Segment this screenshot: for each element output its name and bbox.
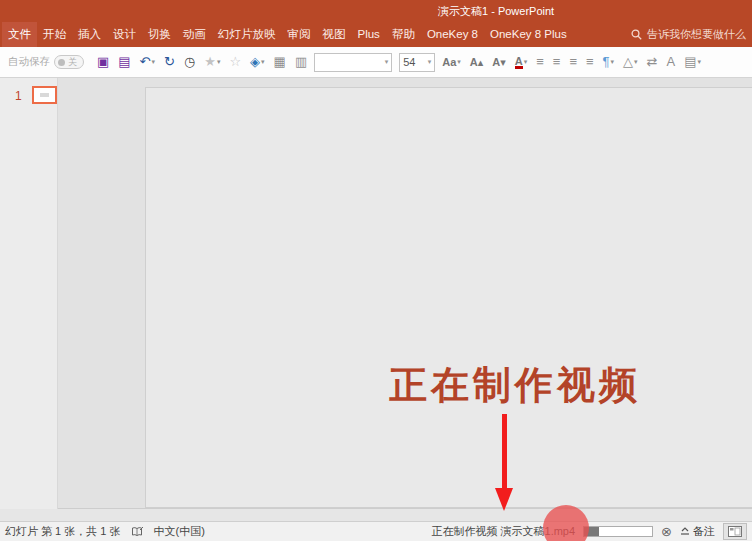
save-as-icon[interactable]: ▣: [95, 53, 111, 71]
change-case-icon[interactable]: Aa▾: [440, 53, 463, 71]
search-icon: [631, 29, 642, 40]
chevron-down-icon: ▾: [457, 54, 461, 70]
autosave-label: 自动保存: [8, 55, 50, 69]
letter-a-icon[interactable]: A: [664, 53, 677, 71]
chevron-down-icon: ▾: [524, 54, 528, 70]
text-direction-icon[interactable]: ⇄: [645, 53, 660, 71]
titlebar: 演示文稿1 - PowerPoint: [0, 0, 752, 22]
search-placeholder: 告诉我你想要做什么: [647, 27, 746, 42]
tab-onekey8[interactable]: OneKey 8: [421, 22, 484, 47]
normal-view-icon: [728, 526, 742, 537]
thumbnail-placeholder: [40, 93, 49, 97]
notes-toggle[interactable]: 备注: [680, 524, 715, 539]
rehearse-timer-icon[interactable]: ◷: [182, 53, 197, 71]
slide-count-indicator[interactable]: 幻灯片 第 1 张，共 1 张: [5, 524, 121, 539]
chevron-down-icon: ▾: [261, 54, 265, 70]
slide-number: 1: [15, 89, 22, 103]
font-size-value: 54: [403, 56, 415, 68]
shapes-icon[interactable]: ◈▾: [248, 53, 267, 71]
shape-outline-icon[interactable]: △▾: [621, 53, 640, 71]
autosave-control[interactable]: 自动保存 关: [8, 55, 84, 69]
annotation-text: 正在制作视频: [389, 360, 641, 411]
annotation-arrow: [502, 414, 507, 490]
bottom-strip: [0, 509, 752, 521]
justify-icon[interactable]: ≡: [584, 53, 596, 71]
shrink-font-icon[interactable]: A▾: [490, 53, 507, 71]
favorite-star-icon[interactable]: ★▾: [202, 53, 222, 71]
slide-thumbnail[interactable]: [32, 86, 57, 104]
toggle-knob-icon: [58, 59, 65, 66]
slide-area[interactable]: 正在制作视频: [145, 87, 752, 508]
align-center-icon[interactable]: ≡: [551, 53, 563, 71]
chevron-down-icon: ▾: [152, 54, 156, 70]
redo-icon[interactable]: ↻: [162, 53, 177, 71]
tell-me-search[interactable]: 告诉我你想要做什么: [631, 22, 746, 47]
autosave-state: 关: [68, 56, 77, 69]
align-right-icon[interactable]: ≡: [567, 53, 579, 71]
statusbar-left: 幻灯片 第 1 张，共 1 张 中文(中国): [0, 524, 205, 539]
font-name-combo[interactable]: ▾: [314, 53, 392, 72]
undo-icon[interactable]: ↶▾: [138, 53, 157, 71]
chevron-down-icon: ▾: [217, 54, 221, 70]
normal-view-button[interactable]: [723, 523, 747, 540]
paragraph-icon[interactable]: ¶▾: [601, 53, 617, 71]
notes-icon: [680, 527, 690, 537]
statusbar-right: 正在制作视频 演示文稿1.mp4 ⊗ 备注: [431, 523, 752, 540]
tab-home[interactable]: 开始: [37, 22, 72, 47]
editing-canvas: 正在制作视频: [58, 78, 752, 509]
language-indicator[interactable]: 中文(中国): [154, 524, 205, 539]
annotation-arrowhead-icon: [495, 488, 513, 511]
cancel-export-icon[interactable]: ⊗: [661, 525, 672, 538]
slide-thumbnail-panel: 1: [0, 78, 58, 509]
chevron-down-icon: ▾: [385, 58, 389, 66]
new-slide-icon[interactable]: ▦: [272, 53, 288, 71]
powerpoint-window: 演示文稿1 - PowerPoint 文件开始插入设计切换动画幻灯片放映审阅视图…: [0, 0, 752, 541]
layout-icon[interactable]: ▤▾: [682, 53, 703, 71]
quick-access-toolbar: 自动保存 关 ▣▤↶▾↻◷★▾☆◈▾▦▥ ▾ 54 ▾ Aa▾A▴A▾A▾≡≡≡…: [0, 47, 752, 78]
font-size-combo[interactable]: 54 ▾: [399, 53, 435, 72]
tab-view[interactable]: 视图: [317, 22, 352, 47]
tab-file[interactable]: 文件: [2, 22, 37, 47]
tab-design[interactable]: 设计: [107, 22, 142, 47]
tab-insert[interactable]: 插入: [72, 22, 107, 47]
tab-review[interactable]: 审阅: [282, 22, 317, 47]
tab-animations[interactable]: 动画: [177, 22, 212, 47]
tab-help[interactable]: 帮助: [386, 22, 421, 47]
chevron-down-icon: ▾: [611, 54, 615, 70]
autosave-toggle[interactable]: 关: [54, 55, 84, 69]
align-left-icon[interactable]: ≡: [534, 53, 546, 71]
tab-onekey8plus[interactable]: OneKey 8 Plus: [484, 22, 573, 47]
tab-plus[interactable]: Plus: [352, 22, 386, 47]
favorite-star-outline-icon[interactable]: ☆: [227, 53, 243, 71]
ribbon-tab-bar: 文件开始插入设计切换动画幻灯片放映审阅视图Plus帮助OneKey 8OneKe…: [0, 22, 752, 47]
textbox-icon[interactable]: ▥: [293, 53, 309, 71]
statusbar: 幻灯片 第 1 张，共 1 张 中文(中国) 正在制作视频 演示文稿1.mp4 …: [0, 521, 752, 541]
save-icon[interactable]: ▤: [116, 53, 132, 71]
export-progress-bar: [583, 526, 653, 537]
chevron-down-icon: ▾: [428, 58, 432, 66]
notes-label: 备注: [693, 524, 715, 539]
chevron-down-icon: ▾: [634, 54, 638, 70]
spellcheck-book-icon[interactable]: [131, 526, 144, 538]
tab-slideshow[interactable]: 幻灯片放映: [212, 22, 282, 47]
grow-font-icon[interactable]: A▴: [468, 53, 485, 71]
window-title: 演示文稿1 - PowerPoint: [438, 4, 554, 19]
tab-transitions[interactable]: 切换: [142, 22, 177, 47]
font-color-icon[interactable]: A▾: [513, 53, 529, 71]
chevron-down-icon: ▾: [697, 54, 701, 70]
